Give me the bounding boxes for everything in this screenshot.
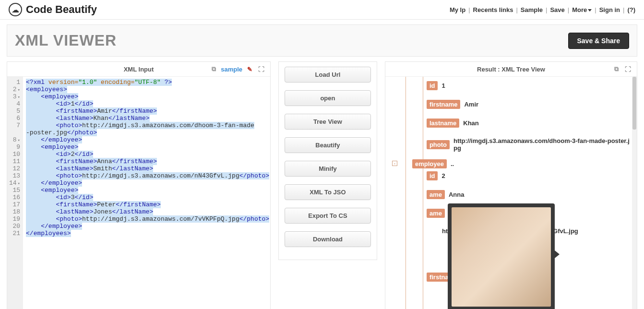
tree-row: id2 [427,170,633,182]
collapse-icon[interactable]: - [392,161,397,166]
tree-tag-id[interactable]: id [427,81,438,90]
nav-sample[interactable]: Sample [521,6,543,13]
tree-val: Khan [463,119,479,127]
tree-body: id1 firstnameAmir lastnameKhan photohttp… [385,77,637,309]
preview-image [452,207,551,307]
tree-view-button[interactable]: Tree View [285,114,371,130]
result-header: Result : XML Tree View ⧉ ⛶ [385,62,637,77]
actions-panel: Load Url open Tree View Beautify Minify … [278,61,377,260]
tree-tag-firstname[interactable]: firstname [427,100,461,109]
result-title: Result : XML Tree View [385,66,637,73]
nav-signin[interactable]: Sign in [599,6,620,13]
tree-row: firstnameAmir [427,98,633,110]
minify-button[interactable]: Minify [285,161,371,177]
tree-tag-partial[interactable]: ame [427,190,445,199]
xml-editor[interactable]: 123456789101112131415161718192021 <?xml … [7,77,270,309]
tree-val: 1 [441,82,445,89]
nav-more[interactable]: More [572,6,592,13]
tree-rail [405,77,406,309]
tree-tag-partial[interactable]: ame [427,209,445,218]
xml-input-header: XML Input ⧉ sample ✎ ⛶ [7,62,270,77]
tree-row-employee: - employee.. [412,158,633,170]
nav-myip[interactable]: My Ip [450,6,465,13]
tree-row: photohttp://imgdj.s3.amazonaws.com/dhoom… [427,136,633,153]
tree-row: lastnameKhan [427,117,633,129]
tree-val: 2 [441,172,445,179]
xml-input-title: XML Input [7,66,270,73]
chevron-down-icon [588,9,592,12]
beautify-button[interactable]: Beautify [285,137,371,153]
tree-row: ameAnna [427,189,633,201]
nav-save[interactable]: Save [550,6,564,13]
tree-tag-lastname[interactable]: lastname [427,119,459,128]
tree-tag-employee[interactable]: employee [412,159,447,168]
tooltip-arrow-icon [555,250,560,258]
open-button[interactable]: open [285,90,371,106]
tree-val: .. [451,160,454,167]
brand: ☁ Code Beautify [9,3,97,16]
image-preview-tooltip [448,203,555,309]
xml-to-json-button[interactable]: XML To JSO [285,184,371,200]
save-share-button[interactable]: Save & Share [568,33,630,49]
tree-tag-photo[interactable]: photo [427,140,450,149]
tree-val[interactable]: http://imgdj.s3.amazonaws.com/dhoom-3-fa… [453,137,633,152]
code-area[interactable]: <?xml version="1.0" encoding="UTF-8" ?> … [23,77,270,309]
tree-val: Amir [464,101,478,108]
tree-tag-id[interactable]: id [427,171,438,180]
titlebar: XML VIEWER Save & Share [7,24,637,57]
nav-help[interactable]: (?) [627,6,635,13]
scrollbar-thumb[interactable] [632,77,636,130]
page-title: XML VIEWER [15,32,117,49]
tree-row: id1 [427,80,633,92]
xml-input-panel: XML Input ⧉ sample ✎ ⛶ 12345678910111213… [7,61,271,309]
export-csv-button[interactable]: Export To CS [285,208,371,224]
load-url-button[interactable]: Load Url [285,67,371,83]
brain-icon: ☁ [9,3,22,16]
download-button[interactable]: Download [285,231,371,247]
result-panel: Result : XML Tree View ⧉ ⛶ id1 firstname… [385,61,637,309]
brand-text: Code Beautify [26,3,97,16]
tree-val: Anna [449,191,465,198]
gutter: 123456789101112131415161718192021 [7,77,23,309]
topbar: ☁ Code Beautify My Ip| Recents links| Sa… [0,0,644,20]
nav-recents[interactable]: Recents links [473,6,513,13]
top-nav: My Ip| Recents links| Sample| Save| More… [450,6,635,13]
tree-rail-inner [423,77,423,309]
